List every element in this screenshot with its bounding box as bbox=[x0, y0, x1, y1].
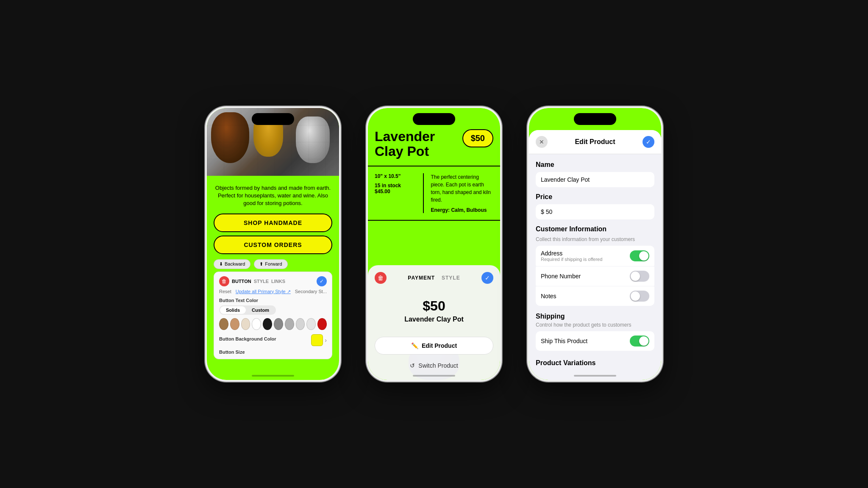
delete-button[interactable]: 🗑 bbox=[219, 276, 229, 286]
edit-product-button[interactable]: ✏️ Edit Product bbox=[375, 337, 493, 355]
update-primary-link[interactable]: Update all Primary Style ↗ bbox=[236, 289, 291, 294]
switch-product-label: Switch Product bbox=[418, 362, 458, 369]
backward-icon: ⬇ bbox=[219, 261, 223, 267]
product-description: Objects formed by hands and made from ea… bbox=[214, 184, 332, 208]
confirm-button[interactable]: ✓ bbox=[317, 276, 327, 286]
edit-product-label: Edit Product bbox=[422, 342, 457, 349]
swatch-black[interactable] bbox=[263, 318, 272, 330]
switch-icon: ↺ bbox=[410, 362, 415, 369]
tab-button[interactable]: BUTTON bbox=[232, 279, 251, 284]
tab-links[interactable]: LINKS bbox=[271, 279, 285, 284]
ship-toggle-row: Ship This Product bbox=[536, 331, 654, 351]
btn-text-color-label: Button Text Color bbox=[219, 298, 327, 303]
modal-body: Name Lavender Clay Pot Price $ 50 Custom… bbox=[529, 154, 661, 374]
swatch-gray3[interactable] bbox=[296, 318, 305, 330]
address-sub-label: Required if shipping is offered bbox=[541, 257, 602, 262]
notes-toggle[interactable] bbox=[630, 291, 649, 302]
energy-info: Energy: Calm, Bulbous bbox=[431, 207, 493, 213]
swatch-brown2[interactable] bbox=[230, 318, 239, 330]
swatch-white[interactable] bbox=[252, 318, 261, 330]
price-input[interactable]: $ 50 bbox=[536, 204, 654, 219]
home-indicator-1 bbox=[252, 375, 294, 377]
shipping-subtitle: Control how the product gets to customer… bbox=[536, 322, 654, 328]
payment-body: $50 Lavender Clay Pot bbox=[375, 290, 493, 337]
stock-price: $45.00 bbox=[375, 189, 390, 194]
close-button[interactable]: ✕ bbox=[536, 136, 548, 148]
reset-label[interactable]: Reset bbox=[219, 289, 231, 294]
tab-style-2[interactable]: STYLE bbox=[442, 275, 460, 281]
forward-icon: ⬆ bbox=[259, 261, 263, 267]
name-section-label: Name bbox=[536, 161, 654, 169]
bg-swatch[interactable] bbox=[311, 334, 323, 346]
price-badge: $50 bbox=[462, 129, 493, 147]
editor-toolbar: ⬇ Backward ⬆ Forward bbox=[214, 258, 332, 272]
phone-2: LavenderClay Pot $50 10" x 10.5" 15 in s… bbox=[366, 106, 502, 382]
customer-info-section: Customer Information Collect this inform… bbox=[536, 225, 654, 306]
tab-solids[interactable]: Solids bbox=[220, 306, 246, 314]
payment-product-name: Lavender Clay Pot bbox=[375, 316, 493, 323]
switch-product-button[interactable]: ↺ Switch Product bbox=[375, 358, 493, 373]
swatch-brown1[interactable] bbox=[219, 318, 228, 330]
dimensions: 10" x 10.5" bbox=[375, 173, 416, 179]
color-tabs: Solids Custom bbox=[219, 305, 276, 315]
dynamic-island-3 bbox=[574, 113, 616, 125]
bg-color-row: Button Background Color › bbox=[219, 334, 327, 346]
home-indicator-2 bbox=[413, 375, 455, 377]
edit-icon: ✏️ bbox=[411, 342, 418, 349]
product-description-2: The perfect centering piece. Each pot is… bbox=[431, 173, 493, 204]
swatch-red[interactable] bbox=[317, 318, 327, 330]
forward-button[interactable]: ⬆ Forward bbox=[254, 259, 287, 269]
address-toggle[interactable] bbox=[630, 250, 649, 261]
phone2-screen: LavenderClay Pot $50 10" x 10.5" 15 in s… bbox=[368, 108, 500, 380]
payment-delete-icon[interactable]: 🗑 bbox=[375, 272, 387, 284]
phone1-screen: Objects formed by hands and made from ea… bbox=[207, 108, 339, 380]
backward-label: Backward bbox=[225, 261, 245, 266]
tab-custom[interactable]: Custom bbox=[246, 306, 275, 314]
secondary-label[interactable]: Secondary St... bbox=[295, 289, 327, 294]
swatch-cream[interactable] bbox=[241, 318, 250, 330]
product-title: LavenderClay Pot bbox=[375, 129, 435, 159]
ship-product-label: Ship This Product bbox=[541, 338, 587, 344]
chevron-right-icon: › bbox=[325, 337, 327, 344]
name-input[interactable]: Lavender Clay Pot bbox=[536, 172, 654, 187]
modal-header: ✕ Edit Product ✓ bbox=[529, 130, 661, 154]
shop-handmade-button[interactable]: SHOP HANDMADE bbox=[214, 214, 332, 232]
tab-style[interactable]: STYLE bbox=[254, 279, 269, 284]
dynamic-island-2 bbox=[413, 113, 455, 125]
payment-price: $50 bbox=[375, 298, 493, 314]
backward-button[interactable]: ⬇ Backward bbox=[214, 259, 250, 269]
payment-confirm-button[interactable]: ✓ bbox=[481, 272, 493, 284]
address-toggle-row: Address Required if shipping is offered bbox=[536, 246, 654, 266]
home-indicator-3 bbox=[574, 375, 616, 377]
phone-toggle-row: Phone Number bbox=[536, 266, 654, 286]
stock-qty: 15 in stock bbox=[375, 183, 401, 189]
product-variations-label: Product Variations bbox=[536, 358, 654, 367]
phone-label: Phone Number bbox=[541, 273, 581, 280]
color-swatches bbox=[219, 318, 327, 330]
swatch-gray1[interactable] bbox=[274, 318, 283, 330]
tab-payment[interactable]: PAYMENT bbox=[408, 275, 435, 281]
phone-3: ✕ Edit Product ✓ Name Lavender Clay Pot … bbox=[527, 106, 663, 382]
swatch-gray2[interactable] bbox=[285, 318, 294, 330]
style-panel: 🗑 BUTTON STYLE LINKS ✓ Reset Update all … bbox=[214, 272, 332, 359]
edit-product-modal: ✕ Edit Product ✓ Name Lavender Clay Pot … bbox=[529, 130, 661, 380]
phone3-screen: ✕ Edit Product ✓ Name Lavender Clay Pot … bbox=[529, 108, 661, 380]
payment-modal: 🗑 PAYMENT STYLE ✓ $50 Lavender Clay Pot … bbox=[368, 265, 500, 380]
custom-orders-button[interactable]: CUSTOM ORDERS bbox=[214, 236, 332, 254]
dynamic-island-1 bbox=[252, 113, 294, 125]
product-details: 10" x 10.5" 15 in stock $45.00 The perfe… bbox=[368, 166, 500, 221]
stock-info: 15 in stock $45.00 bbox=[375, 183, 416, 194]
phone-toggle[interactable] bbox=[630, 271, 649, 282]
forward-label: Forward bbox=[265, 261, 282, 266]
shipping-label: Shipping bbox=[536, 313, 654, 320]
customer-info-subtitle: Collect this information from your custo… bbox=[536, 236, 654, 242]
price-section-label: Price bbox=[536, 193, 654, 201]
address-label: Address bbox=[541, 250, 602, 257]
modal-title: Edit Product bbox=[575, 138, 615, 146]
notes-label: Notes bbox=[541, 293, 556, 299]
bg-color-label: Button Background Color bbox=[219, 336, 276, 341]
ship-toggle[interactable] bbox=[630, 336, 649, 347]
swatch-gray4[interactable] bbox=[306, 318, 316, 330]
save-button[interactable]: ✓ bbox=[643, 136, 654, 148]
notes-toggle-row: Notes bbox=[536, 286, 654, 306]
